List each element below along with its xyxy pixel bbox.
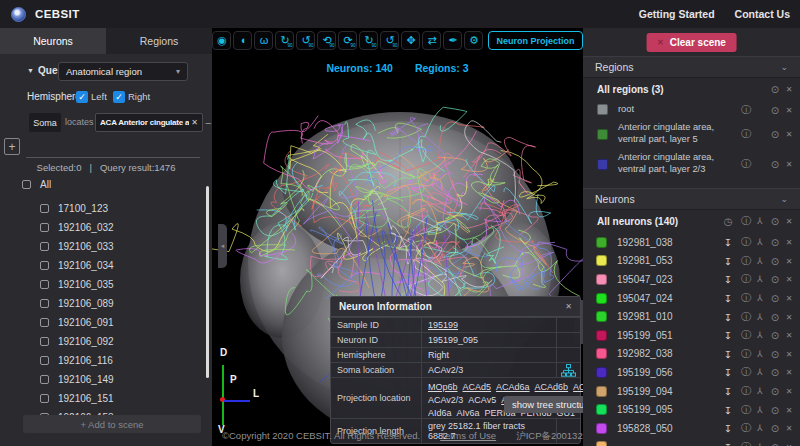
close-icon[interactable]: ✕ xyxy=(783,442,795,446)
scene-neuron-row[interactable]: 195199_056↧ⓘ⅄⊙✕ xyxy=(583,363,800,382)
neuron-list-item[interactable]: 192106_033 xyxy=(0,240,205,256)
eye-icon[interactable]: ⊙ xyxy=(769,441,781,446)
info-icon[interactable]: ⓘ xyxy=(740,214,752,228)
close-icon[interactable]: ✕ xyxy=(783,130,795,139)
projection-region-link[interactable]: ACAd6a xyxy=(496,382,530,392)
tree-structure-icon[interactable]: ⅄ xyxy=(754,423,766,433)
info-icon[interactable]: ⓘ xyxy=(740,403,752,417)
nav-contact-us[interactable]: Contact Us xyxy=(735,8,790,20)
query-type-select[interactable]: Anatomical region ▾ xyxy=(58,62,188,81)
neuron-list-item[interactable]: 17100_123 xyxy=(0,202,205,218)
tree-structure-icon[interactable]: ⅄ xyxy=(754,349,766,359)
scene-neuron-row[interactable]: 195828_050↧ⓘ⅄⊙✕ xyxy=(583,419,800,438)
download-icon[interactable]: ↧ xyxy=(722,423,734,434)
viewport-3d[interactable]: ◉◖ω↻90↺90⟲90⟳90↻90↺90✥⇄✒⚙ Neuron Project… xyxy=(212,28,583,446)
scene-neuron-row[interactable]: ↧ⓘ⅄⊙✕ xyxy=(583,438,800,446)
checkbox-icon[interactable] xyxy=(22,180,31,189)
region-filter-chip[interactable]: ACA Anterior cingulate area ✕ xyxy=(95,113,203,132)
close-icon[interactable]: ✕ xyxy=(783,275,795,284)
eye-icon[interactable]: ⊙ xyxy=(769,330,781,341)
soma-field-button[interactable]: Soma xyxy=(29,113,61,132)
close-icon[interactable]: ✕ xyxy=(783,160,795,169)
projection-region-link[interactable]: ACAv1 xyxy=(573,382,583,392)
info-icon[interactable]: ⓘ xyxy=(740,440,752,446)
hemisphere-right-checkbox[interactable]: ✓ xyxy=(113,91,125,103)
rotate-left-90-icon-button[interactable]: ⟲90 xyxy=(317,31,336,50)
checkbox-icon[interactable] xyxy=(40,356,49,365)
clock-icon[interactable]: ◷ xyxy=(722,216,734,227)
paint-icon-button[interactable]: ✒ xyxy=(443,31,462,50)
close-icon[interactable]: ✕ xyxy=(783,105,795,114)
download-icon[interactable]: ↧ xyxy=(722,404,734,415)
scene-neuron-row[interactable]: 195047_023↧ⓘ⅄⊙✕ xyxy=(583,270,800,289)
info-icon[interactable]: ⓘ xyxy=(740,421,752,435)
projection-region-link[interactable]: ACAd6b xyxy=(535,382,569,392)
close-icon[interactable]: ✕ xyxy=(783,405,795,414)
download-icon[interactable]: ↧ xyxy=(722,348,734,359)
download-icon[interactable]: ↧ xyxy=(722,367,734,378)
checkbox-icon[interactable] xyxy=(40,337,49,346)
checkbox-icon[interactable] xyxy=(40,394,49,403)
roll-ccw-90-icon-button[interactable]: ↺90 xyxy=(380,31,399,50)
neuron-list-item[interactable]: 192106_149 xyxy=(0,373,205,389)
neuron-list-item[interactable]: 192106_032 xyxy=(0,221,205,237)
eye-icon[interactable]: ⊙ xyxy=(769,237,781,248)
brain-sagittal-view-icon-button[interactable]: ◖ xyxy=(233,31,252,50)
download-icon[interactable]: ↧ xyxy=(722,274,734,285)
close-icon[interactable]: ✕ xyxy=(783,238,795,247)
checkbox-icon[interactable] xyxy=(40,299,49,308)
close-icon[interactable]: ✕ xyxy=(783,85,795,94)
info-icon[interactable]: ⓘ xyxy=(740,328,752,342)
checkbox-icon[interactable] xyxy=(40,204,49,213)
rotate-down-90-icon-button[interactable]: ↺90 xyxy=(296,31,315,50)
scene-neuron-row[interactable]: 192981_053↧ⓘ⅄⊙✕ xyxy=(583,252,800,271)
sample-id-link[interactable]: 195199 xyxy=(428,320,458,330)
info-icon[interactable]: ⓘ xyxy=(740,384,752,398)
fit-view-icon-button[interactable]: ✥ xyxy=(401,31,420,50)
brain-coronal-view-icon-button[interactable]: ω xyxy=(254,31,273,50)
checkbox-icon[interactable] xyxy=(40,375,49,384)
terms-of-use-link[interactable]: Terms of Use xyxy=(440,430,496,441)
select-all-row[interactable]: All xyxy=(0,178,205,194)
region-row[interactable]: Anterior cingulate area, ventral part, l… xyxy=(583,119,800,149)
close-icon[interactable]: ✕ xyxy=(783,312,795,321)
eye-icon[interactable]: ⊙ xyxy=(769,104,781,115)
tree-structure-icon[interactable]: ⅄ xyxy=(754,405,766,415)
eye-icon[interactable]: ⊙ xyxy=(769,311,781,322)
checkbox-icon[interactable] xyxy=(40,261,49,270)
info-icon[interactable]: ⓘ xyxy=(740,157,752,171)
eye-icon[interactable]: ⊙ xyxy=(769,423,781,434)
info-icon[interactable]: ⓘ xyxy=(740,272,752,286)
neuron-projection-button[interactable]: Neuron Projection xyxy=(488,31,582,50)
close-icon[interactable]: ✕ xyxy=(783,424,795,433)
eye-icon[interactable]: ⊙ xyxy=(769,129,781,140)
tree-structure-icon[interactable]: ⅄ xyxy=(754,293,766,303)
eye-icon[interactable]: ⊙ xyxy=(769,386,781,397)
checkbox-icon[interactable] xyxy=(40,242,49,251)
close-icon[interactable]: ✕ xyxy=(783,331,795,340)
eye-icon[interactable]: ⊙ xyxy=(769,159,781,170)
close-icon[interactable]: ✕ xyxy=(783,256,795,265)
regions-section-header[interactable]: Regions ⌄ xyxy=(583,56,800,78)
tree-structure-icon[interactable]: ⅄ xyxy=(754,442,766,446)
region-row[interactable]: rootⓘ⊙✕ xyxy=(583,100,800,119)
clear-scene-button[interactable]: ✕ Clear scene xyxy=(646,33,737,52)
tree-structure-icon[interactable]: ⅄ xyxy=(754,256,766,266)
close-icon[interactable]: ✕ xyxy=(783,387,795,396)
roll-cw-90-icon-button[interactable]: ↻90 xyxy=(359,31,378,50)
projection-region-link[interactable]: MOp6b xyxy=(428,382,458,392)
eye-icon[interactable]: ⊙ xyxy=(769,274,781,285)
scene-neuron-row[interactable]: 192982_038↧ⓘ⅄⊙✕ xyxy=(583,345,800,364)
hemisphere-left-checkbox[interactable]: ✓ xyxy=(76,91,88,103)
rotate-right-90-icon-button[interactable]: ⟳90 xyxy=(338,31,357,50)
download-icon[interactable]: ↧ xyxy=(722,330,734,341)
download-icon[interactable]: ↧ xyxy=(722,255,734,266)
checkbox-icon[interactable] xyxy=(40,223,49,232)
tree-structure-icon[interactable]: ⅄ xyxy=(754,312,766,322)
scene-neuron-row[interactable]: 192981_010↧ⓘ⅄⊙✕ xyxy=(583,307,800,326)
tree-structure-icon[interactable]: ⅄ xyxy=(754,386,766,396)
region-row[interactable]: Anterior cingulate area, ventral part, l… xyxy=(583,149,800,179)
download-icon[interactable]: ↧ xyxy=(722,386,734,397)
scene-neuron-row[interactable]: 195047_024↧ⓘ⅄⊙✕ xyxy=(583,289,800,308)
tree-structure-icon[interactable]: ⅄ xyxy=(754,367,766,377)
